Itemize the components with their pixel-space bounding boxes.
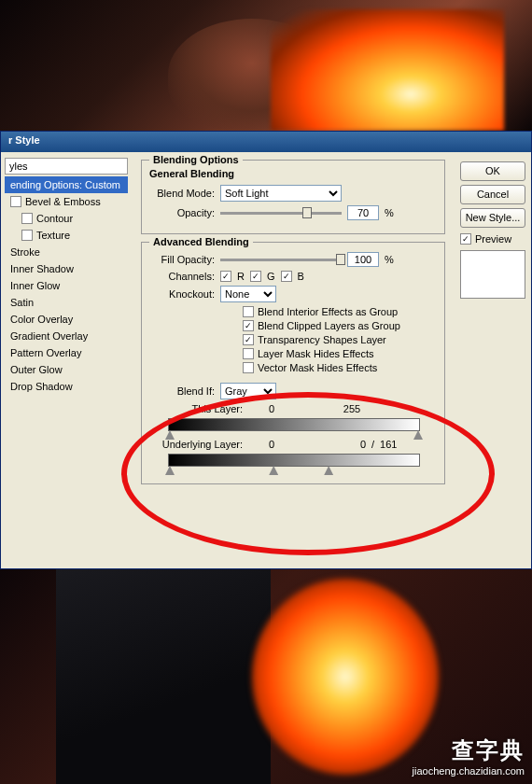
- fill-opacity-unit: %: [385, 254, 394, 265]
- background-suit: [56, 569, 271, 784]
- underlying-sep: /: [371, 439, 374, 450]
- fill-opacity-input[interactable]: [347, 252, 379, 267]
- style-item[interactable]: Stroke: [5, 244, 128, 260]
- advanced-blending-legend: Advanced Blending: [149, 236, 253, 247]
- blend-if-label: Blend If:: [149, 385, 215, 397]
- style-label: Pattern Overlay: [10, 347, 81, 358]
- underlying-gradient[interactable]: [168, 454, 420, 467]
- adv-check-label: Transparency Shapes Layer: [258, 334, 386, 345]
- options-panel: Blending Options General Blending Blend …: [132, 152, 455, 570]
- adv-checkbox[interactable]: [243, 348, 254, 359]
- fill-opacity-slider[interactable]: [220, 259, 342, 261]
- style-item[interactable]: Gradient Overlay: [5, 328, 128, 344]
- channel-b-checkbox[interactable]: [281, 271, 292, 282]
- opacity-unit: %: [385, 207, 394, 218]
- style-label: Color Overlay: [10, 314, 73, 325]
- this-layer-black-stop[interactable]: [165, 430, 175, 440]
- style-label: ending Options: Custom: [10, 179, 120, 190]
- style-item[interactable]: Inner Glow: [5, 277, 128, 294]
- style-item[interactable]: ending Options: Custom: [5, 176, 128, 193]
- knockout-label: Knockout:: [149, 288, 215, 300]
- new-style-button[interactable]: New Style...: [460, 208, 525, 228]
- this-layer-low: 0: [248, 403, 295, 414]
- adv-checkbox[interactable]: [243, 334, 254, 345]
- this-layer-label: This Layer:: [149, 403, 243, 414]
- background-flame-top: [271, 9, 504, 131]
- style-label: Texture: [36, 230, 70, 241]
- adv-checkbox[interactable]: [243, 306, 254, 317]
- style-item[interactable]: Drop Shadow: [5, 378, 128, 395]
- preview-label: Preview: [475, 233, 511, 245]
- style-label: Drop Shadow: [10, 381, 73, 392]
- style-item[interactable]: Inner Shadow: [5, 260, 128, 277]
- channel-g-label: G: [267, 271, 275, 282]
- preview-swatch: [460, 250, 525, 299]
- underlying-layer-label: Underlying Layer:: [149, 439, 243, 450]
- underlying-split-stop-b[interactable]: [324, 466, 333, 475]
- style-label: Satin: [10, 297, 34, 308]
- style-item[interactable]: Color Overlay: [5, 311, 128, 328]
- titlebar[interactable]: r Style: [1, 132, 531, 152]
- underlying-high: 161: [380, 439, 397, 450]
- style-label: Inner Shadow: [10, 263, 74, 274]
- channel-r-checkbox[interactable]: [220, 271, 231, 282]
- opacity-label: Opacity:: [149, 207, 215, 218]
- style-label: Inner Glow: [10, 280, 60, 291]
- style-label: Outer Glow: [10, 364, 63, 375]
- styles-panel: yles ending Options: CustomBevel & Embos…: [1, 152, 132, 570]
- style-item[interactable]: Bevel & Emboss: [5, 193, 128, 210]
- style-item[interactable]: Outer Glow: [5, 361, 128, 378]
- style-label: Stroke: [10, 246, 40, 258]
- style-checkbox[interactable]: [21, 213, 33, 224]
- underlying-split-stop-a[interactable]: [269, 466, 278, 475]
- style-item[interactable]: Texture: [5, 227, 128, 244]
- adv-check-label: Layer Mask Hides Effects: [258, 348, 374, 359]
- channel-b-label: B: [298, 271, 304, 282]
- general-blending-legend: General Blending: [149, 168, 437, 179]
- cancel-button[interactable]: Cancel: [460, 185, 525, 204]
- style-item[interactable]: Satin: [5, 294, 128, 311]
- channels-label: Channels:: [149, 271, 215, 282]
- opacity-input[interactable]: [347, 205, 379, 220]
- blend-mode-select[interactable]: Soft Light: [220, 185, 342, 202]
- blend-if-select[interactable]: Gray: [220, 383, 276, 399]
- blend-mode-label: Blend Mode:: [149, 188, 215, 199]
- style-label: Gradient Overlay: [10, 330, 88, 342]
- knockout-select[interactable]: None: [220, 286, 276, 302]
- advanced-blending-fieldset: Advanced Blending Fill Opacity: % Channe…: [141, 242, 445, 484]
- adv-check-label: Vector Mask Hides Effects: [258, 362, 377, 373]
- opacity-slider[interactable]: [220, 212, 342, 215]
- channel-g-checkbox[interactable]: [250, 271, 261, 282]
- this-layer-white-stop[interactable]: [413, 430, 423, 440]
- watermark-site: 查字典: [413, 735, 525, 765]
- watermark: 查字典 jiaocheng.chazidian.com: [413, 735, 525, 777]
- style-checkbox[interactable]: [10, 196, 21, 207]
- fill-opacity-label: Fill Opacity:: [149, 254, 215, 265]
- preview-checkbox[interactable]: [460, 233, 471, 245]
- adv-check-label: Blend Interior Effects as Group: [258, 306, 398, 317]
- adv-checkbox[interactable]: [243, 320, 254, 331]
- layer-style-dialog: r Style yles ending Options: CustomBevel…: [0, 131, 532, 569]
- blending-options-legend: Blending Options: [149, 154, 243, 165]
- background-flame-bottom: [252, 579, 439, 775]
- styles-header[interactable]: yles: [5, 158, 128, 175]
- adv-check-label: Blend Clipped Layers as Group: [258, 320, 400, 331]
- this-layer-gradient[interactable]: [168, 418, 420, 431]
- this-layer-high: 255: [301, 403, 403, 414]
- adv-checkbox[interactable]: [243, 362, 254, 373]
- watermark-url: jiaocheng.chazidian.com: [413, 765, 525, 777]
- underlying-black-stop[interactable]: [165, 466, 175, 475]
- underlying-low: 0: [248, 439, 295, 450]
- blending-options-fieldset: Blending Options General Blending Blend …: [141, 160, 445, 234]
- style-checkbox[interactable]: [21, 230, 33, 241]
- underlying-split: 0: [301, 439, 366, 450]
- buttons-panel: OK Cancel New Style... Preview: [455, 152, 531, 570]
- style-item[interactable]: Pattern Overlay: [5, 344, 128, 361]
- style-label: Contour: [36, 213, 73, 224]
- channel-r-label: R: [237, 271, 245, 282]
- style-label: Bevel & Emboss: [25, 196, 101, 207]
- ok-button[interactable]: OK: [460, 161, 525, 181]
- style-item[interactable]: Contour: [5, 210, 128, 227]
